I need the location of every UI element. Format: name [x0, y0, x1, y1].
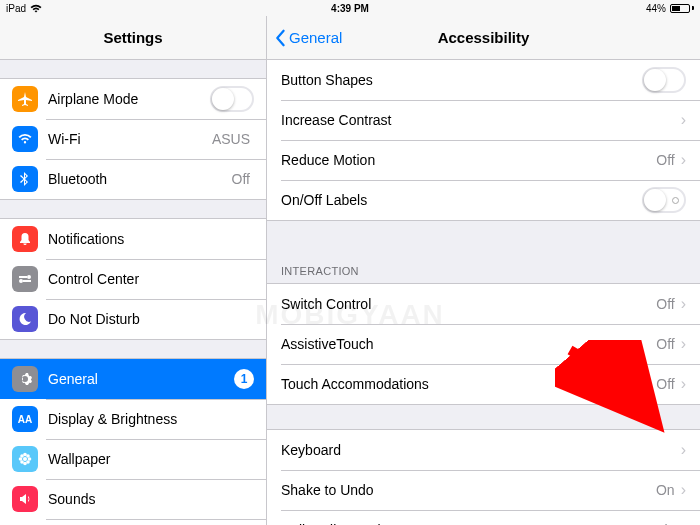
- detail-pane: General Accessibility Button ShapesIncre…: [267, 16, 700, 525]
- toggle[interactable]: [642, 67, 686, 93]
- sidebar-item-bluetooth[interactable]: BluetoothOff: [0, 159, 266, 199]
- sidebar-item-display-brightness[interactable]: AADisplay & Brightness: [0, 399, 266, 439]
- setting-label: Increase Contrast: [281, 112, 681, 128]
- setting-touch-accommodations[interactable]: Touch AccommodationsOff›: [267, 364, 700, 404]
- sidebar-item-label: Display & Brightness: [48, 411, 254, 427]
- svg-text:AA: AA: [18, 414, 32, 425]
- sidebar-item-label: Airplane Mode: [48, 91, 210, 107]
- setting-label: Switch Control: [281, 296, 656, 312]
- sidebar-item-label: General: [48, 371, 234, 387]
- setting-label: Keyboard: [281, 442, 681, 458]
- sidebar-item-notifications[interactable]: Notifications: [0, 219, 266, 259]
- toggle[interactable]: [210, 86, 254, 112]
- sidebar-item-wallpaper[interactable]: Wallpaper: [0, 439, 266, 479]
- chevron-right-icon: ›: [681, 521, 686, 525]
- chevron-right-icon: ›: [681, 441, 686, 459]
- chevron-right-icon: ›: [681, 481, 686, 499]
- svg-point-9: [26, 460, 30, 464]
- svg-point-8: [20, 460, 24, 464]
- setting-keyboard[interactable]: Keyboard›: [267, 430, 700, 470]
- setting-label: Reduce Motion: [281, 152, 656, 168]
- setting-value: Off: [656, 152, 674, 168]
- sidebar-item-do-not-disturb[interactable]: Do Not Disturb: [0, 299, 266, 339]
- sidebar-item-label: Bluetooth: [48, 171, 232, 187]
- sidebar-item-sounds[interactable]: Sounds: [0, 479, 266, 519]
- bell-icon: [12, 226, 38, 252]
- row-trailing: ASUS: [212, 131, 250, 147]
- setting-button-shapes[interactable]: Button Shapes: [267, 60, 700, 100]
- sidebar-item-general[interactable]: General1: [0, 359, 266, 399]
- setting-call-audio-routing[interactable]: Call Audio RoutingAutomatic›: [267, 510, 700, 525]
- sidebar: Settings Airplane ModeWi-FiASUSBluetooth…: [0, 16, 267, 525]
- section-header: INTERACTION: [267, 241, 700, 283]
- chevron-right-icon: ›: [681, 111, 686, 129]
- setting-shake-to-undo[interactable]: Shake to UndoOn›: [267, 470, 700, 510]
- back-label: General: [289, 29, 342, 46]
- aa-icon: AA: [12, 406, 38, 432]
- status-bar: iPad 4:39 PM 44%: [0, 0, 700, 16]
- setting-label: Button Shapes: [281, 72, 642, 88]
- sidebar-item-airplane-mode[interactable]: Airplane Mode: [0, 79, 266, 119]
- wifi-status-icon: [30, 4, 42, 13]
- chevron-left-icon: [273, 29, 287, 47]
- detail-header: General Accessibility: [267, 16, 700, 60]
- row-trailing: Off: [232, 171, 250, 187]
- svg-point-7: [26, 454, 30, 458]
- sidebar-item-passcode[interactable]: Passcode: [0, 519, 266, 525]
- setting-label: Touch Accommodations: [281, 376, 656, 392]
- sidebar-item-label: Do Not Disturb: [48, 311, 254, 327]
- sidebar-item-control-center[interactable]: Control Center: [0, 259, 266, 299]
- chevron-right-icon: ›: [681, 335, 686, 353]
- setting-value: Off: [656, 336, 674, 352]
- setting-label: On/Off Labels: [281, 192, 642, 208]
- back-button[interactable]: General: [267, 29, 342, 47]
- setting-increase-contrast[interactable]: Increase Contrast›: [267, 100, 700, 140]
- badge: 1: [234, 369, 254, 389]
- svg-point-1: [23, 457, 27, 461]
- speaker-icon: [12, 486, 38, 512]
- setting-on-off-labels[interactable]: On/Off Labels: [267, 180, 700, 220]
- setting-switch-control[interactable]: Switch ControlOff›: [267, 284, 700, 324]
- setting-assistivetouch[interactable]: AssistiveTouchOff›: [267, 324, 700, 364]
- battery-icon: [670, 4, 694, 13]
- detail-title: Accessibility: [438, 29, 530, 46]
- chevron-right-icon: ›: [681, 295, 686, 313]
- sidebar-item-label: Wallpaper: [48, 451, 254, 467]
- setting-label: AssistiveTouch: [281, 336, 656, 352]
- wifi-icon: [12, 126, 38, 152]
- gear-icon: [12, 366, 38, 392]
- setting-value: On: [656, 482, 675, 498]
- bluetooth-icon: [12, 166, 38, 192]
- setting-value: Off: [656, 296, 674, 312]
- flower-icon: [12, 446, 38, 472]
- setting-reduce-motion[interactable]: Reduce MotionOff›: [267, 140, 700, 180]
- airplane-icon: [12, 86, 38, 112]
- chevron-right-icon: ›: [681, 151, 686, 169]
- switches-icon: [12, 266, 38, 292]
- sidebar-item-label: Control Center: [48, 271, 254, 287]
- toggle[interactable]: [642, 187, 686, 213]
- setting-value: Off: [656, 376, 674, 392]
- moon-icon: [12, 306, 38, 332]
- sidebar-item-wi-fi[interactable]: Wi-FiASUS: [0, 119, 266, 159]
- sidebar-item-label: Sounds: [48, 491, 254, 507]
- setting-label: Shake to Undo: [281, 482, 656, 498]
- battery-percent: 44%: [646, 3, 666, 14]
- chevron-right-icon: ›: [681, 375, 686, 393]
- sidebar-item-label: Wi-Fi: [48, 131, 212, 147]
- clock: 4:39 PM: [331, 3, 369, 14]
- device-label: iPad: [6, 3, 26, 14]
- svg-point-6: [20, 454, 24, 458]
- sidebar-title: Settings: [0, 16, 266, 60]
- sidebar-item-label: Notifications: [48, 231, 254, 247]
